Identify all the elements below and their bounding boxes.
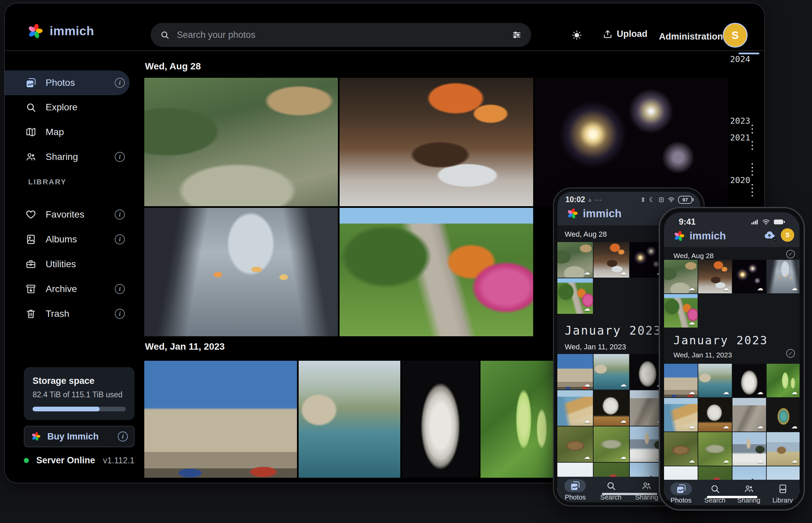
photo-thumbnail-castle[interactable]: ☁ <box>664 364 697 397</box>
map-icon <box>25 127 36 138</box>
photo-thumbnail-dinner[interactable]: ☁ <box>593 242 629 277</box>
buy-immich-button[interactable]: Buy Immich i <box>24 426 135 447</box>
home-indicator[interactable] <box>602 493 657 495</box>
photo-thumbnail-bust[interactable]: ☁ <box>732 364 766 397</box>
cloud-sync-icon: ☁ <box>689 422 695 430</box>
administration-link[interactable]: Administration <box>659 32 723 42</box>
photo-thumbnail-lizard2[interactable]: ☁ <box>593 427 629 462</box>
date-group-header: Wed, Jan 11, 2023 <box>145 341 225 352</box>
server-version: v1.112.1 <box>103 456 135 465</box>
info-icon[interactable]: i <box>115 78 125 88</box>
photo-thumbnail-ruins[interactable]: ☁ <box>732 398 766 431</box>
sidebar-item-map[interactable]: Map <box>5 120 129 144</box>
photo-thumbnail-garden[interactable] <box>340 208 533 336</box>
sidebar-item-trash[interactable]: Trash i <box>5 301 129 326</box>
photo-thumbnail-fireworks[interactable] <box>535 78 728 206</box>
nav-tab-photos[interactable]: Photos <box>664 480 698 505</box>
photo-thumbnail-sculpt[interactable]: ☁ <box>593 390 629 426</box>
nav-tab-sharing[interactable]: Sharing <box>732 480 766 505</box>
info-icon[interactable]: i <box>118 431 128 441</box>
heart-icon <box>25 209 36 220</box>
user-avatar[interactable]: S <box>723 23 747 48</box>
cloud-sync-icon: ☁ <box>584 417 590 425</box>
search-icon <box>606 481 616 491</box>
cloud-sync-icon: ☁ <box>791 388 798 396</box>
photo-thumbnail-lizard1[interactable]: ☁ <box>557 427 593 462</box>
photo-thumbnail-coast[interactable]: ☁ <box>698 364 732 397</box>
upload-button[interactable]: Upload <box>603 29 647 39</box>
photo-thumbnail-dinner[interactable] <box>340 78 533 206</box>
photo-thumbnail-farm[interactable]: ☁ <box>767 432 799 466</box>
home-indicator[interactable] <box>707 496 757 498</box>
photo-thumbnail-hands[interactable] <box>144 208 338 336</box>
cloud-sync-icon: ☁ <box>757 284 763 292</box>
photo-thumbnail-castle[interactable]: ☁ <box>557 354 593 390</box>
photo-thumbnail-hands[interactable]: ☁ <box>767 260 799 293</box>
cloud-sync-icon: ☁ <box>723 388 729 396</box>
search-filters-icon[interactable] <box>512 30 522 40</box>
photo-thumbnail-garden[interactable]: ☁ <box>664 294 697 327</box>
sidebar-item-photos[interactable]: Photos i <box>5 70 129 95</box>
backup-cloud-icon[interactable]: ✓ <box>762 230 777 241</box>
storage-progress-bar <box>33 407 126 411</box>
cloud-sync-icon: ☁ <box>791 457 798 464</box>
archive-icon <box>25 284 36 294</box>
nav-tab-search[interactable]: Search <box>698 480 732 505</box>
photo-thumbnail-beach[interactable]: ☁ <box>664 398 697 431</box>
scrubber-year[interactable]: 2024 <box>716 54 750 64</box>
photo-thumbnail-beach[interactable]: ☁ <box>557 390 593 426</box>
photo-thumbnail-fireworks[interactable]: ☁ <box>732 260 766 293</box>
month-header: January 2023 <box>673 333 768 347</box>
info-icon[interactable]: i <box>115 234 125 245</box>
photos-icon <box>676 484 686 494</box>
photo-thumbnail-bust[interactable] <box>402 361 479 478</box>
sidebar-item-favorites[interactable]: Favorites i <box>5 202 129 227</box>
scrubber-year[interactable]: 2023 <box>716 116 750 126</box>
photo-thumbnail-zoo[interactable]: ☁ <box>557 242 593 277</box>
nav-tab-photos[interactable]: Photos <box>557 477 593 502</box>
photo-thumbnail-sculpt[interactable]: ☁ <box>698 398 732 431</box>
cloud-sync-icon: ☁ <box>620 269 626 276</box>
user-avatar[interactable]: S <box>781 228 794 242</box>
info-icon[interactable]: i <box>115 152 125 162</box>
photo-thumbnail-zoo[interactable] <box>144 78 338 206</box>
theme-toggle-button[interactable] <box>571 30 583 41</box>
photo-thumbnail-village[interactable]: ☁ <box>732 432 766 466</box>
administration-label: Administration <box>659 32 723 42</box>
sidebar-item-albums[interactable]: Albums i <box>5 227 129 252</box>
photo-thumbnail-coast[interactable] <box>299 361 400 478</box>
photo-thumbnail-cake[interactable]: ☁ <box>767 398 799 431</box>
sidebar-item-explore[interactable]: Explore <box>5 95 129 120</box>
select-all-check-icon[interactable]: ✓ <box>786 250 795 258</box>
sidebar-item-utilities[interactable]: Utilities <box>5 252 129 276</box>
dnd-moon-icon: ☾ <box>649 196 655 203</box>
storage-title: Storage space <box>33 376 126 386</box>
photo-thumbnail-garden[interactable]: ☁ <box>557 278 593 314</box>
photo-thumbnail-dinner[interactable]: ☁ <box>698 260 732 293</box>
app-logo[interactable]: immich <box>26 22 94 40</box>
info-icon[interactable]: i <box>115 210 125 220</box>
nav-tab-library[interactable]: Library <box>766 480 799 505</box>
server-status-row: Server Online v1.112.1 <box>24 455 135 466</box>
sidebar-item-sharing[interactable]: Sharing i <box>5 144 129 169</box>
info-icon[interactable]: i <box>115 309 125 319</box>
info-icon[interactable]: i <box>115 284 125 294</box>
select-all-check-icon[interactable]: ✓ <box>786 349 795 358</box>
photo-thumbnail-castle[interactable] <box>144 361 297 478</box>
photo-thumbnail-coast[interactable]: ☁ <box>593 354 629 390</box>
cloud-sync-icon: ☁ <box>791 422 798 430</box>
photo-thumbnail-lizard1[interactable]: ☁ <box>664 432 697 466</box>
app-logo: immich <box>673 230 726 242</box>
search-input[interactable] <box>177 30 504 40</box>
nav-tab-search[interactable]: Search <box>593 477 629 502</box>
sidebar-item-archive[interactable]: Archive i <box>5 276 129 301</box>
scrubber-year[interactable]: 2021 <box>716 133 750 143</box>
photo-thumbnail-plant[interactable]: ☁ <box>767 364 799 397</box>
photo-thumbnail-lizard2[interactable]: ☁ <box>698 432 732 466</box>
photo-thumbnail-zoo[interactable]: ☁ <box>664 260 697 293</box>
cloud-sync-icon: ☁ <box>757 422 763 430</box>
search-bar[interactable] <box>151 23 531 47</box>
scrubber-year[interactable]: 2020 <box>716 175 750 185</box>
photo-thumbnail-plant[interactable] <box>481 361 559 478</box>
scrubber-tick-dots <box>751 141 753 152</box>
